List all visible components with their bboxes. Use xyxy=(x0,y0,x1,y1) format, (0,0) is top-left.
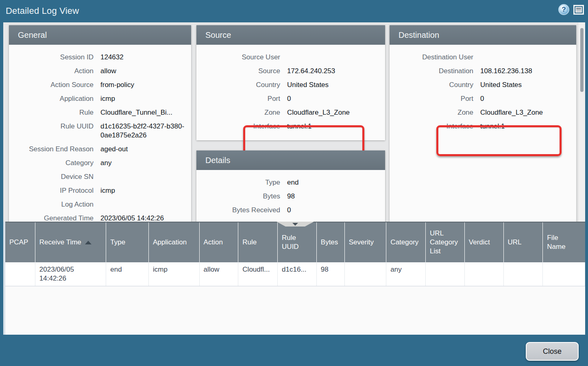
log-cell: end xyxy=(106,262,149,286)
field-value: icmp xyxy=(100,186,115,195)
column-header-action[interactable]: Action xyxy=(200,222,239,262)
general-row: IP Protocolicmp xyxy=(9,186,191,195)
close-button[interactable]: Close xyxy=(526,342,579,361)
log-cell: 2023/06/05 14:42:26 xyxy=(35,262,106,286)
field-value: tunnel.1 xyxy=(287,122,312,131)
field-label: Destination xyxy=(390,67,473,76)
field-label: Country xyxy=(390,81,473,89)
field-label: Rule UUID xyxy=(9,122,94,131)
column-header-receive-time[interactable]: Receive Time xyxy=(35,222,106,262)
general-panel-title: General xyxy=(18,30,47,40)
field-label: Category xyxy=(9,159,94,168)
source-row: Port0 xyxy=(196,94,385,103)
column-header-category[interactable]: Category xyxy=(386,222,426,262)
log-cell: allow xyxy=(200,262,239,286)
source-panel: SourceSource UserSource172.64.240.253Cou… xyxy=(196,25,385,140)
field-value: allow xyxy=(100,67,116,76)
field-value: United States xyxy=(287,81,329,89)
field-value: 98 xyxy=(287,192,295,201)
destination-row: Port0 xyxy=(390,94,576,103)
field-value: Cloudflare_L3_Zone xyxy=(480,108,543,117)
field-value: 2023/06/05 14:42:26 xyxy=(100,214,164,222)
field-label: Bytes Received xyxy=(196,206,280,215)
log-cell: Cloudfl... xyxy=(238,262,278,286)
vertical-scrollbar[interactable] xyxy=(578,22,585,222)
details-panel: DetailsTypeendBytes98Bytes Received0 xyxy=(196,150,385,222)
details-panel-body: TypeendBytes98Bytes Received0 xyxy=(196,170,385,215)
field-label: Type xyxy=(196,178,280,187)
column-label: Type xyxy=(110,238,125,247)
column-header-pcap[interactable]: PCAP xyxy=(5,222,35,262)
details-row: Bytes98 xyxy=(196,192,385,201)
field-label: Action xyxy=(9,67,94,76)
general-panel-body: Session ID124632ActionallowAction Source… xyxy=(9,45,191,222)
column-label: Receive Time xyxy=(39,238,81,247)
column-label: Rule UUID xyxy=(282,233,312,251)
log-table-body: 2023/06/05 14:42:26endicmpallowCloudfl..… xyxy=(5,262,585,286)
field-value: Cloudflare_L3_Zone xyxy=(287,108,350,117)
field-label: Session End Reason xyxy=(9,145,94,154)
field-value: from-policy xyxy=(100,81,134,89)
details-panel-title: Details xyxy=(205,156,230,165)
field-label: Zone xyxy=(390,108,473,117)
column-header-file-name[interactable]: File Name xyxy=(543,222,585,262)
source-row: ZoneCloudflare_L3_Zone xyxy=(196,108,385,117)
column-header-verdict[interactable]: Verdict xyxy=(465,222,504,262)
help-icon[interactable]: ? xyxy=(558,4,569,15)
general-row: Generated Time2023/06/05 14:42:26 xyxy=(9,214,191,222)
field-label: Port xyxy=(196,94,280,103)
field-label: Country xyxy=(196,81,280,89)
column-label: PCAP xyxy=(9,238,28,247)
scrollbar-thumb[interactable] xyxy=(580,28,584,92)
source-panel-title: Source xyxy=(205,30,231,40)
destination-panel-header: Destination xyxy=(390,25,576,45)
column-header-type[interactable]: Type xyxy=(106,222,149,262)
column-label: File Name xyxy=(547,233,572,251)
log-cell xyxy=(504,262,543,286)
general-row: Device SN xyxy=(9,172,191,181)
sort-ascending-icon xyxy=(85,241,91,244)
field-value: 108.162.236.138 xyxy=(480,67,532,76)
general-row: Applicationicmp xyxy=(9,94,191,103)
destination-row: CountryUnited States xyxy=(390,81,576,89)
column-label: Rule xyxy=(242,238,257,247)
details-panel-header: Details xyxy=(196,150,385,170)
general-row: Rule UUIDd1c16235-b2f2-4327-b380-0ae1875… xyxy=(9,122,191,140)
field-label: Zone xyxy=(196,108,280,117)
details-row: Typeend xyxy=(196,178,385,187)
field-value: d1c16235-b2f2-4327-b380-0ae1875e2a26 xyxy=(100,122,187,140)
column-label: Application xyxy=(153,238,187,247)
field-value: 0 xyxy=(480,94,484,103)
column-header-rule[interactable]: Rule xyxy=(238,222,278,262)
column-label: URL Category List xyxy=(430,229,460,256)
field-label: Interface xyxy=(390,122,473,131)
column-header-url-category-list[interactable]: URL Category List xyxy=(426,222,465,262)
source-row: Source User xyxy=(196,53,385,62)
column-header-bytes[interactable]: Bytes xyxy=(317,222,345,262)
log-table-header: PCAPReceive TimeTypeApplicationActionRul… xyxy=(5,222,585,262)
column-header-application[interactable]: Application xyxy=(149,222,200,262)
log-cell: d1c16... xyxy=(278,262,317,286)
log-table-row[interactable]: 2023/06/05 14:42:26endicmpallowCloudfl..… xyxy=(5,262,585,286)
field-label: Session ID xyxy=(9,53,94,62)
column-label: Action xyxy=(204,238,223,247)
destination-row: Interfacetunnel.1 xyxy=(390,122,576,131)
destination-row: Destination User xyxy=(390,53,576,62)
field-value: tunnel.1 xyxy=(480,122,505,131)
column-label: Bytes xyxy=(321,238,338,247)
general-panel: GeneralSession ID124632ActionallowAction… xyxy=(9,25,191,222)
source-row: Interfacetunnel.1 xyxy=(196,122,385,131)
destination-panel-title: Destination xyxy=(399,30,439,40)
column-header-severity[interactable]: Severity xyxy=(345,222,387,262)
field-label: Device SN xyxy=(9,172,94,181)
column-header-url[interactable]: URL xyxy=(504,222,543,262)
column-header-rule-uuid[interactable]: Rule UUID xyxy=(278,222,317,262)
column-label: Category xyxy=(390,238,418,247)
field-label: Rule xyxy=(9,108,94,117)
window-restore-icon[interactable] xyxy=(573,5,584,15)
destination-panel-body: Destination UserDestination108.162.236.1… xyxy=(390,45,576,131)
field-label: Action Source xyxy=(9,81,94,89)
field-value: end xyxy=(287,178,298,187)
general-row: Categoryany xyxy=(9,159,191,168)
dialog-title: Detailed Log View xyxy=(6,6,79,16)
